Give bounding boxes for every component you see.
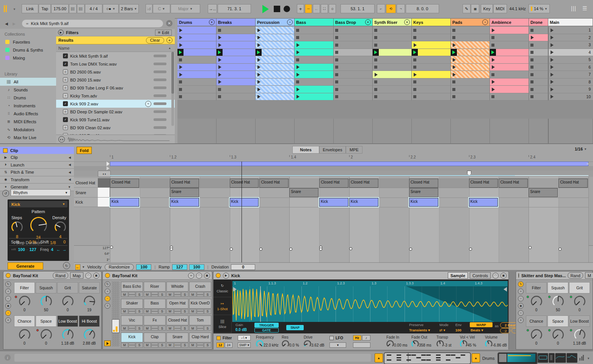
clip-launch-icon[interactable] [257,95,260,99]
punch-in-button[interactable]: ⌐ [377,4,385,13]
clip[interactable] [295,93,333,100]
clip-launch-icon[interactable] [296,95,300,99]
output-meter-icon[interactable] [579,355,584,361]
velocity-marker[interactable] [230,248,233,251]
clip[interactable] [295,86,333,93]
macro-value[interactable]: 0 [57,308,78,312]
clip-launch-icon[interactable] [453,65,456,69]
clip[interactable] [373,71,411,78]
clip-stop-button[interactable] [335,58,338,61]
playing-clip[interactable] [490,49,529,56]
clip[interactable] [216,64,255,71]
clip-slot[interactable] [177,27,216,34]
clip-launch-icon[interactable] [179,36,182,39]
drum-pad-kick-overd[interactable]: Kick OverDMS [189,299,211,314]
midi-note[interactable]: Snare [529,188,558,197]
midi-note[interactable]: Closed Hat [558,179,588,188]
scene-row[interactable]: 1 [548,27,593,34]
clip-stop-button[interactable] [296,80,299,83]
loop-end-marker[interactable]: « [587,161,589,166]
midi-note[interactable]: Closed Hat [409,179,438,188]
clip-slot[interactable] [529,34,548,42]
macro-knob[interactable] [14,328,35,342]
pad-name[interactable]: Kick [121,333,143,342]
save-preset-icon[interactable]: ▣ [93,273,99,279]
track-header[interactable]: Percussion≡ [256,18,295,26]
clip-stop-button[interactable] [413,36,416,39]
fade-in-knob[interactable] [386,339,395,349]
clip-slot[interactable] [295,78,334,86]
clip-slot[interactable] [490,49,529,56]
clip-stop-button[interactable] [335,88,338,91]
pad-solo-button[interactable]: S [158,292,166,297]
info-icon[interactable]: i [5,355,11,361]
warp-mode-icon[interactable]: ⇄ ▾ [439,328,445,332]
clip-slot[interactable] [177,41,216,49]
clip-slot[interactable] [295,86,334,93]
clip-stop-button[interactable] [296,36,299,39]
clip[interactable] [256,71,294,78]
black-key[interactable] [98,178,110,188]
playing-clip[interactable] [451,49,489,56]
section-transform[interactable]: ✱Transform◀ [0,176,74,184]
file-row[interactable]: ılıBD 909 Clean 02.wav [56,124,175,132]
file-row[interactable]: ✓Kick 909 Tune11.wav [56,116,175,124]
macro-value[interactable]: 50 [36,308,56,312]
clip-slot[interactable] [490,41,529,49]
macro-value[interactable]: 0 [526,341,547,345]
pad-mute-button[interactable]: M [166,326,174,331]
filter-12db-button[interactable]: 12 [216,342,224,348]
scene-row[interactable]: 6 [548,64,593,71]
fold-button[interactable]: Fold [77,147,92,154]
macro-knob[interactable] [526,328,547,342]
pad-play-button[interactable] [151,292,158,297]
tab-envelopes[interactable]: Envelopes [319,146,346,154]
macro-value[interactable]: 0 [526,308,547,312]
pad-mute-button[interactable]: M [121,292,128,297]
clip-slot[interactable] [529,41,548,49]
clip-launch-icon[interactable] [492,58,495,62]
generate-button[interactable]: Generate [8,262,43,270]
file-row[interactable]: ılıBD 909 Tube Long F 06.wav [56,84,175,92]
grid-size-menu[interactable]: 1/16▼ [575,147,587,151]
scene-row[interactable]: 2 [548,34,593,42]
clip[interactable] [216,56,255,63]
clip-slot[interactable] [490,86,529,93]
pad-solo-button[interactable]: S [136,343,143,348]
macro-knob[interactable] [79,328,100,342]
clip-stop-button[interactable] [530,66,533,69]
clip[interactable] [490,86,529,93]
name-column-header[interactable]: Name ▲ [56,44,175,52]
density-knob[interactable] [54,221,67,234]
tab-notes[interactable]: Notes [292,146,319,154]
scene-launch-icon[interactable] [551,43,554,47]
clip-slot[interactable] [529,86,548,93]
clip-slot[interactable] [334,93,373,101]
clip[interactable] [490,78,529,86]
clip-slot[interactable] [490,64,529,71]
clip-stop-button[interactable] [530,58,533,61]
scene-launch-icon[interactable] [551,50,554,54]
clip-slot[interactable] [295,71,334,78]
clip-launch-icon[interactable] [296,88,300,91]
chevron-down-icon[interactable]: ▼ [68,185,71,189]
clip-slot[interactable] [295,64,334,71]
groove-amount-button[interactable]: ○●▼ [103,4,119,13]
show-devices-icon[interactable]: ◉ [518,303,524,309]
clip[interactable] [256,56,294,63]
clip-play-button[interactable] [256,49,262,56]
clip-stop-button[interactable] [530,95,533,98]
pad-play-button[interactable] [174,292,181,297]
clip-stop-button[interactable] [491,73,494,76]
playing-clip[interactable] [177,49,216,56]
file-row[interactable]: ≡Kicky Tom.adv [56,92,175,100]
close-icon[interactable]: ✕ [166,20,173,27]
pad-name[interactable]: Crash [189,282,211,292]
clip-stop-button[interactable] [374,66,377,69]
mode-1-shot[interactable]: ↦1-Shot [213,297,231,315]
chain-list-icon[interactable]: ≡ [105,303,110,309]
clip-play-button[interactable] [451,49,457,56]
drum-pad-voc[interactable]: VocMS [121,315,143,331]
pad-solo-button[interactable]: S [181,292,188,297]
clip-slot[interactable] [451,27,490,34]
